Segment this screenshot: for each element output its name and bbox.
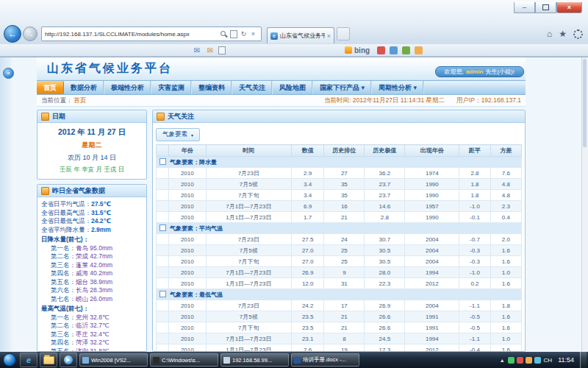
tray-expand-icon[interactable]: ▲ [500,358,505,363]
rank-value: 枣庄 32.4℃ [76,330,109,338]
tray-icon[interactable] [526,357,532,364]
nav-item-9[interactable]: 周期性分析 ▾ [372,81,424,94]
ie-taskbar-icon[interactable]: e [20,353,37,367]
table-row[interactable]: 20101月1日—7月23日1.7212.81990-0.10.4 [157,212,522,223]
table-row[interactable]: 20107月23日24.21726.92004-1.11.8 [157,300,522,311]
taskbar-window-button[interactable]: 192.168.58.99... [220,353,289,367]
breadcrumb-page[interactable]: 首页 [74,96,87,105]
toolbar-app-icon[interactable] [390,46,398,54]
mail-icon[interactable]: ✉ [193,46,201,54]
taskbar-window-button[interactable]: C:\Windows\s... [150,353,218,367]
window-icon [82,357,89,364]
expand-icon[interactable] [159,158,166,165]
table-row[interactable]: 20107月23日27.52430.72004-0.72.0 [157,234,522,245]
table-row[interactable]: 20107月下旬23.52126.61991-0.51.6 [157,322,522,333]
address-bar[interactable]: http://192.168.137.1/SLCCLIMATE/modules/… [41,26,262,41]
sidebar-collapse-button[interactable]: « [3,68,14,79]
table-row[interactable]: 20107月1日—7月23日26.9928.01994-1.01.0 [157,267,522,278]
column-header: 出现年份 [405,145,459,157]
forward-button[interactable]: → [23,26,37,41]
tray-icon[interactable] [508,357,514,364]
favorites-icon[interactable]: ★ [559,29,567,39]
maximize-icon [542,4,549,10]
nav-item-1[interactable]: 首页 [37,81,64,94]
window-maximize-button[interactable] [535,2,556,13]
taskbar-window-button[interactable]: Win2008 [VS2... [79,353,148,367]
cell: -1.1 [459,300,490,311]
refresh-button[interactable]: ↻ [239,30,248,38]
rank-label: 第二名： [51,252,76,260]
page-viewport: « 山东省气候业务平台 欢迎您, admin 先生(小姐)! 首页数据分析极端性… [0,57,588,352]
table-row[interactable]: 20107月5候27.02530.52004-0.31.6 [157,245,522,256]
browser-tab[interactable]: e 山东省气候业务平... × [267,27,334,43]
bing-logo-icon[interactable] [345,46,352,54]
nav-item-4[interactable]: 灾害监测 [151,81,192,94]
page-scrollbar[interactable] [581,57,588,352]
cell: 0.2 [459,278,490,289]
show-desktop-button[interactable] [580,352,587,368]
expand-icon[interactable] [159,291,166,297]
search-icon[interactable] [220,31,227,38]
cell: 21 [324,311,365,322]
toolbar-app-icon[interactable] [377,46,385,54]
cell: 26.9 [365,300,405,311]
nav-item-8[interactable]: 国家下行产品 ▾ [313,81,372,94]
cell: 1.6 [490,256,521,267]
language-indicator[interactable]: CH [544,357,553,364]
back-button[interactable]: ← [4,25,21,43]
cell: -0.5 [459,322,490,333]
table-group-row[interactable]: 气象要素：降水量 [157,157,522,168]
bing-logo-text[interactable]: bing [354,46,370,54]
media-player-taskbar-icon[interactable]: ▶ [60,353,77,367]
scrollbar-thumb[interactable] [583,59,587,147]
tab-close-icon[interactable]: × [327,32,331,40]
cell: 1994 [405,267,459,278]
element-filter-button[interactable]: 气象要素 ▾ [156,128,200,141]
cell: 2010 [168,322,206,333]
browser-navigation-bar: ← → http://192.168.137.1/SLCCLIMATE/modu… [0,24,588,43]
mail-icon[interactable]: ✉ [206,46,215,54]
taskbar-window-button[interactable]: 培训手册.docx -... [291,353,359,367]
table-row[interactable]: 20107月23日2.92736.219742.87.6 [157,168,522,179]
main-column: 天气关注 气象要素 ▾ 年份时间数值历史排位历史极值出现年份距平方 [152,110,526,352]
page-tool-icon[interactable] [218,46,226,54]
nav-item-2[interactable]: 数据分析 [64,81,104,94]
nav-item-6[interactable]: 天气关注 [232,81,273,94]
table-group-row[interactable]: 气象要素：平均气温 [157,223,522,234]
cell: 7月23日 [206,168,291,179]
nav-menu: 首页数据分析极端性分析灾害监测整编资料天气关注风险地图国家下行产品 ▾周期性分析… [37,80,526,95]
table-row[interactable]: 20107月5候23.52126.61991-0.51.6 [157,311,522,322]
table-row[interactable]: 20107月下旬27.02530.52004-0.31.6 [157,256,522,267]
window-close-button[interactable]: × [556,2,582,13]
start-button[interactable] [3,353,16,367]
table-group-row[interactable]: 气象要素：最低气温 [157,289,522,300]
window-minimize-button[interactable]: – [514,2,535,13]
compatibility-view-icon[interactable] [230,30,237,38]
tools-gear-icon[interactable] [573,29,583,39]
table-row[interactable]: 20107月5候3.43523.719901.84.8 [157,179,522,190]
nav-item-7[interactable]: 风险地图 [273,81,313,94]
weather-focus-header: 天气关注 [153,110,525,123]
tray-icon[interactable] [534,357,541,364]
table-row[interactable]: 20107月1日—7月23日6.91614.61957-1.02.3 [157,201,522,212]
explorer-taskbar-icon[interactable] [40,353,57,367]
taskbar-clock[interactable]: 11:54 [555,356,577,364]
nav-item-3[interactable]: 极端性分析 [104,81,151,94]
home-icon[interactable]: ⌂ [547,29,552,39]
table-row[interactable]: 20101月1日—7月23日12.03122.320120.21.6 [157,278,522,289]
nav-item-5[interactable]: 整编资料 [192,81,232,94]
toolbar-app-icon[interactable] [402,46,410,54]
new-tab-button[interactable] [337,27,350,40]
expand-icon[interactable] [159,224,166,231]
cell: 26.9 [291,267,323,278]
table-row[interactable]: 20107月1日—7月23日23.1824.51994-1.11.0 [157,333,522,344]
current-time-text: 当前时间: 2012年11月27日 11:14:31 星期二 [324,96,445,105]
breadcrumb-prefix: 当前位置： [41,96,73,105]
cell: 2010 [168,245,206,256]
taskbar-windows: Win2008 [VS2...C:\Windows\s...192.168.58… [79,353,359,367]
tray-icon[interactable] [517,357,523,364]
toolbar-app-icon[interactable] [415,46,423,54]
table-row[interactable]: 20107月下旬3.43523.719901.84.8 [157,190,522,201]
table-row[interactable]: 20101月1日—7月23日7.61917.32012-0.41.6 [157,344,522,352]
stop-button[interactable]: × [248,30,258,38]
